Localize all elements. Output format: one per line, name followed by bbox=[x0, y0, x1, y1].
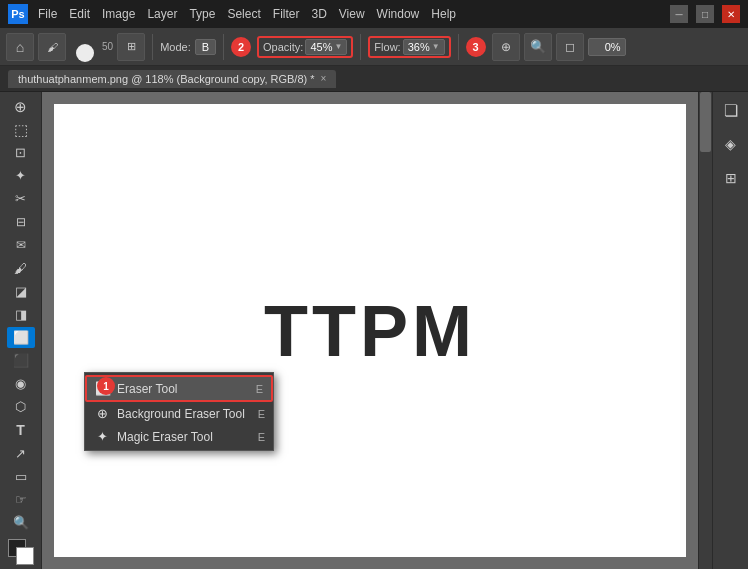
flyout-magic-eraser-tool[interactable]: ✦ Magic Eraser Tool E bbox=[85, 425, 273, 448]
brush-preview bbox=[70, 32, 100, 62]
main-area: ⊕ ⬚ ⊡ ✦ ✂ ⊟ ✉ 🖌 ◪ ◨ ⬜ ⬛ ◉ ⬡ T ↗ ▭ ☞ 🔍 TT… bbox=[0, 92, 748, 569]
menu-filter[interactable]: Filter bbox=[273, 7, 300, 21]
tab-bar: thuthuatphanmem.png @ 118% (Background c… bbox=[0, 66, 748, 92]
bg-eraser-icon: ⊕ bbox=[93, 406, 111, 421]
canvas-content: TTPM bbox=[54, 104, 686, 557]
left-toolbar: ⊕ ⬚ ⊡ ✦ ✂ ⊟ ✉ 🖌 ◪ ◨ ⬜ ⬛ ◉ ⬡ T ↗ ▭ ☞ 🔍 bbox=[0, 92, 42, 569]
close-button[interactable]: ✕ bbox=[722, 5, 740, 23]
hand-tool-button[interactable]: ☞ bbox=[7, 489, 35, 510]
flow-dropdown[interactable]: 36% ▼ bbox=[403, 39, 445, 55]
menu-view[interactable]: View bbox=[339, 7, 365, 21]
menu-3d[interactable]: 3D bbox=[311, 7, 326, 21]
brush-tool-button[interactable]: 🖌 bbox=[7, 258, 35, 279]
flyout-eraser-tool[interactable]: 1 ⬜ Eraser Tool E bbox=[85, 375, 273, 402]
magic-eraser-icon: ✦ bbox=[93, 429, 111, 444]
eraser-tool-button[interactable]: ⬜ bbox=[7, 327, 35, 348]
type-tool-button[interactable]: T bbox=[7, 420, 35, 441]
airbrush-button[interactable]: ⊕ bbox=[492, 33, 520, 61]
flow-value: 36% bbox=[408, 41, 430, 53]
separator-4 bbox=[458, 34, 459, 60]
mode-group: Mode: B bbox=[160, 39, 216, 55]
flyout-item-left-bg: ⊕ Background Eraser Tool bbox=[93, 406, 245, 421]
menu-image[interactable]: Image bbox=[102, 7, 135, 21]
rotation-button[interactable]: ◻ bbox=[556, 33, 584, 61]
mode-label: Mode: bbox=[160, 41, 191, 53]
clone-tool-button[interactable]: ◪ bbox=[7, 281, 35, 302]
layers-panel-button[interactable]: ❏ bbox=[717, 96, 745, 124]
crop-tool-button[interactable]: ✂ bbox=[7, 188, 35, 209]
tablet-pressure-button[interactable]: ⊞ bbox=[117, 33, 145, 61]
brush-size-value: 50 bbox=[102, 41, 113, 52]
opacity-label: Opacity: bbox=[263, 41, 303, 53]
separator-2 bbox=[223, 34, 224, 60]
gradient-tool-button[interactable]: ⬛ bbox=[7, 350, 35, 371]
magic-eraser-shortcut: E bbox=[258, 431, 265, 443]
menu-window[interactable]: Window bbox=[377, 7, 420, 21]
badge-3: 3 bbox=[466, 37, 486, 57]
brush-size-area: 50 bbox=[70, 32, 113, 62]
eyedropper-tool-button[interactable]: ⊟ bbox=[7, 212, 35, 233]
opacity-chevron: ▼ bbox=[334, 42, 342, 51]
color-swatches[interactable] bbox=[8, 539, 34, 565]
window-controls: ─ □ ✕ bbox=[670, 5, 740, 23]
shape-tool-button[interactable]: ▭ bbox=[7, 466, 35, 487]
opacity-dropdown[interactable]: 45% ▼ bbox=[305, 39, 347, 55]
opacity-group: Opacity: 45% ▼ bbox=[257, 36, 353, 58]
title-bar: Ps File Edit Image Layer Type Select Fil… bbox=[0, 0, 748, 28]
separator-3 bbox=[360, 34, 361, 60]
maximize-button[interactable]: □ bbox=[696, 5, 714, 23]
canvas-area: TTPM 1 ⬜ Eraser Tool E ⊕ Background Eras… bbox=[42, 92, 698, 569]
bg-eraser-shortcut: E bbox=[258, 408, 265, 420]
vertical-scrollbar[interactable] bbox=[698, 92, 712, 569]
document-tab[interactable]: thuthuatphanmem.png @ 118% (Background c… bbox=[8, 70, 336, 88]
background-color[interactable] bbox=[16, 547, 34, 565]
options-toolbar: ⌂ 🖌 50 ⊞ Mode: B 2 Opacity: 45% ▼ Flow: … bbox=[0, 28, 748, 66]
minimize-button[interactable]: ─ bbox=[670, 5, 688, 23]
wand-tool-button[interactable]: ✦ bbox=[7, 165, 35, 186]
flow-label: Flow: bbox=[374, 41, 400, 53]
scroll-thumb[interactable] bbox=[700, 92, 711, 152]
flow-chevron: ▼ bbox=[432, 42, 440, 51]
eraser-badge-container: 1 ⬜ bbox=[95, 381, 111, 396]
badge-1: 1 bbox=[97, 377, 115, 395]
dodge-tool-button[interactable]: ◉ bbox=[7, 373, 35, 394]
heal-tool-button[interactable]: ✉ bbox=[7, 235, 35, 256]
right-panel: ❏ ◈ ⊞ bbox=[712, 92, 748, 569]
menu-type[interactable]: Type bbox=[189, 7, 215, 21]
separator-1 bbox=[152, 34, 153, 60]
flyout-bg-eraser-tool[interactable]: ⊕ Background Eraser Tool E bbox=[85, 402, 273, 425]
angle-value[interactable]: 0% bbox=[588, 38, 626, 56]
tab-close-button[interactable]: × bbox=[321, 73, 327, 84]
opacity-value: 45% bbox=[310, 41, 332, 53]
mode-dropdown[interactable]: B bbox=[195, 39, 216, 55]
bg-eraser-label: Background Eraser Tool bbox=[117, 407, 245, 421]
tool-flyout-menu: 1 ⬜ Eraser Tool E ⊕ Background Eraser To… bbox=[84, 372, 274, 451]
tab-filename: thuthuatphanmem.png @ 118% (Background c… bbox=[18, 73, 315, 85]
flow-group: Flow: 36% ▼ bbox=[368, 36, 450, 58]
path-tool-button[interactable]: ↗ bbox=[7, 443, 35, 464]
menu-select[interactable]: Select bbox=[227, 7, 260, 21]
menu-help[interactable]: Help bbox=[431, 7, 456, 21]
menu-bar: File Edit Image Layer Type Select Filter… bbox=[38, 7, 456, 21]
pen-tool-button[interactable]: ⬡ bbox=[7, 396, 35, 417]
brush-picker-button[interactable]: 🖌 bbox=[38, 33, 66, 61]
properties-panel-button[interactable]: ⊞ bbox=[717, 164, 745, 192]
history-brush-button[interactable]: ◨ bbox=[7, 304, 35, 325]
eraser-tool-label: Eraser Tool bbox=[117, 382, 177, 396]
move-tool-button[interactable]: ⊕ bbox=[7, 96, 35, 117]
marquee-tool-button[interactable]: ⬚ bbox=[7, 119, 35, 140]
magic-eraser-label: Magic Eraser Tool bbox=[117, 430, 213, 444]
menu-file[interactable]: File bbox=[38, 7, 57, 21]
lasso-tool-button[interactable]: ⊡ bbox=[7, 142, 35, 163]
flyout-item-left-eraser: 1 ⬜ Eraser Tool bbox=[95, 381, 177, 396]
menu-layer[interactable]: Layer bbox=[147, 7, 177, 21]
zoom-tool-button[interactable]: 🔍 bbox=[7, 512, 35, 533]
eraser-shortcut: E bbox=[256, 383, 263, 395]
search-button[interactable]: 🔍 bbox=[524, 33, 552, 61]
menu-edit[interactable]: Edit bbox=[69, 7, 90, 21]
app-logo: Ps bbox=[8, 4, 28, 24]
home-button[interactable]: ⌂ bbox=[6, 33, 34, 61]
adjustments-panel-button[interactable]: ◈ bbox=[717, 130, 745, 158]
canvas-text: TTPM bbox=[264, 290, 476, 372]
flyout-item-left-magic: ✦ Magic Eraser Tool bbox=[93, 429, 213, 444]
